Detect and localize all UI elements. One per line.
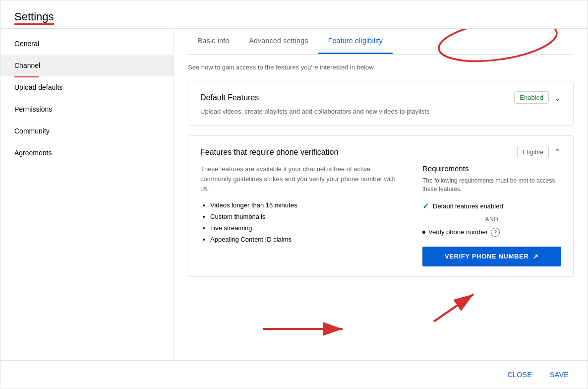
dialog-header: Settings [0, 0, 588, 29]
tab-basic-info[interactable]: Basic info [188, 29, 239, 54]
sidebar-item-permissions[interactable]: Permissions [0, 98, 174, 120]
tab-description: See how to gain access to the features y… [188, 64, 574, 71]
phone-verification-header: Features that require phone verification… [200, 146, 561, 158]
list-item: Custom thumbnails [210, 213, 403, 220]
verify-phone-item: Verify phone number ? [422, 228, 561, 237]
phone-verification-controls: Eligible ⌃ [517, 146, 561, 158]
phone-verification-card: Features that require phone verification… [188, 135, 574, 277]
feature-list: Videos longer than 15 minutes Custom thu… [200, 201, 403, 243]
sidebar-item-general[interactable]: General [0, 33, 174, 55]
requirements-title: Requirements [422, 164, 561, 173]
list-item: Videos longer than 15 minutes [210, 201, 403, 209]
verify-phone-label: Verify phone number [428, 228, 488, 236]
bullet-icon [422, 231, 425, 234]
requirement-check-item: ✓ Default features enabled [422, 201, 561, 211]
settings-dialog: Settings General Channel Upload defaults… [0, 0, 588, 389]
phone-card-body: These features are available if your cha… [200, 164, 561, 266]
verify-btn-label: VERIFY PHONE NUMBER [445, 253, 529, 260]
phone-verification-title: Features that require phone verification [200, 148, 338, 157]
default-features-title: Default Features [200, 93, 259, 102]
list-item: Appealing Content ID claims [210, 236, 403, 243]
collapse-icon[interactable]: ⌄ [554, 92, 561, 103]
expand-icon[interactable]: ⌃ [554, 147, 561, 158]
external-link-icon: ↗ [532, 253, 539, 260]
default-features-subtitle: Upload videos, create playlists and add … [200, 108, 561, 115]
phone-card-right: Requirements The following requirements … [422, 164, 561, 266]
save-button[interactable]: SAVE [545, 368, 574, 382]
phone-verification-description: These features are available if your cha… [200, 164, 403, 194]
dialog-footer: CLOSE SAVE [0, 360, 588, 389]
enabled-badge: Enabled [514, 91, 549, 104]
checkmark-icon: ✓ [422, 201, 429, 211]
phone-card-left: These features are available if your cha… [200, 164, 403, 266]
dialog-title: Settings [14, 10, 54, 23]
close-button[interactable]: CLOSE [502, 368, 537, 382]
requirement-label: Default features enabled [433, 202, 503, 210]
svg-point-0 [436, 29, 559, 67]
sidebar: General Channel Upload defaults Permissi… [0, 29, 174, 360]
default-features-card: Default Features Enabled ⌄ Upload videos… [188, 81, 574, 126]
default-features-controls: Enabled ⌄ [514, 91, 561, 104]
main-content: Basic info Advanced settings Feature eli… [174, 29, 588, 360]
sidebar-item-upload-defaults[interactable]: Upload defaults [0, 76, 174, 98]
eligible-badge: Eligible [517, 146, 549, 158]
help-icon[interactable]: ? [491, 228, 500, 237]
requirements-desc: The following requirements must be met t… [422, 177, 561, 194]
verify-phone-button[interactable]: VERIFY PHONE NUMBER ↗ [422, 247, 561, 266]
tab-advanced-settings[interactable]: Advanced settings [239, 29, 318, 54]
sidebar-item-community[interactable]: Community [0, 120, 174, 142]
sidebar-item-agreements[interactable]: Agreements [0, 142, 174, 164]
and-divider: AND [422, 216, 561, 223]
dialog-body: General Channel Upload defaults Permissi… [0, 29, 588, 360]
tabs-bar: Basic info Advanced settings Feature eli… [188, 29, 574, 55]
default-features-header: Default Features Enabled ⌄ [200, 91, 561, 104]
list-item: Live streaming [210, 224, 403, 232]
sidebar-item-channel[interactable]: Channel [0, 55, 174, 76]
tab-feature-eligibility[interactable]: Feature eligibility [318, 29, 393, 54]
